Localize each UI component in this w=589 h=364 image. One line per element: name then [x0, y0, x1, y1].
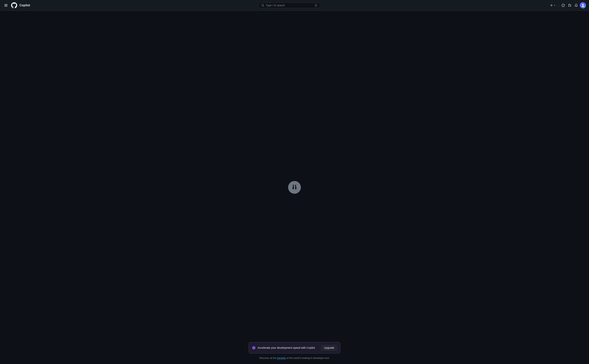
issues-icon: [562, 4, 565, 7]
svg-point-0: [291, 185, 293, 187]
search-icon: [261, 4, 264, 7]
upgrade-banner-left: Accelerate your development speed with C…: [252, 346, 315, 350]
search-placeholder-text: Type / to search: [266, 4, 313, 7]
hamburger-icon: [4, 4, 7, 7]
chevron-down-icon: [553, 4, 556, 6]
copilot-small-icon: [252, 346, 256, 350]
main-content: [0, 11, 589, 364]
new-button[interactable]: [549, 2, 557, 8]
github-logo[interactable]: [11, 2, 17, 8]
pullrequest-icon: [568, 4, 571, 7]
benefits-link[interactable]: benefits: [277, 357, 286, 359]
notifications-button[interactable]: [573, 2, 579, 8]
pullrequests-button[interactable]: [567, 2, 573, 8]
issues-button[interactable]: [560, 2, 566, 8]
discover-text: Discover all the benefits of the world's…: [259, 357, 330, 359]
header-center: Type / to search /: [33, 3, 546, 8]
discover-prefix: Discover all the: [259, 357, 277, 359]
discover-suffix: of the world's leading AI developer tool…: [286, 357, 330, 359]
header: Copilot Type / to search /: [0, 0, 589, 11]
svg-point-1: [296, 185, 298, 187]
header-title: Copilot: [20, 4, 30, 7]
search-slash-badge: /: [315, 4, 318, 7]
notifications-icon: [575, 4, 578, 7]
header-divider: [559, 3, 559, 8]
upgrade-button[interactable]: Upgrade: [321, 345, 337, 351]
bottom-section: Accelerate your development speed with C…: [0, 342, 589, 364]
upgrade-banner-text: Accelerate your development speed with C…: [258, 346, 315, 349]
plus-icon: [550, 4, 553, 7]
hamburger-button[interactable]: [3, 2, 9, 8]
header-left: Copilot: [3, 2, 30, 8]
search-bar[interactable]: Type / to search /: [259, 3, 320, 8]
github-icon: [11, 2, 17, 8]
copilot-icon: [287, 180, 302, 195]
header-right: [549, 2, 586, 8]
svg-point-2: [253, 347, 254, 348]
avatar[interactable]: [580, 2, 586, 8]
svg-point-3: [254, 347, 255, 348]
avatar-icon: [581, 3, 585, 7]
copilot-center-icon: [287, 180, 302, 195]
upgrade-banner: Accelerate your development speed with C…: [249, 342, 340, 353]
